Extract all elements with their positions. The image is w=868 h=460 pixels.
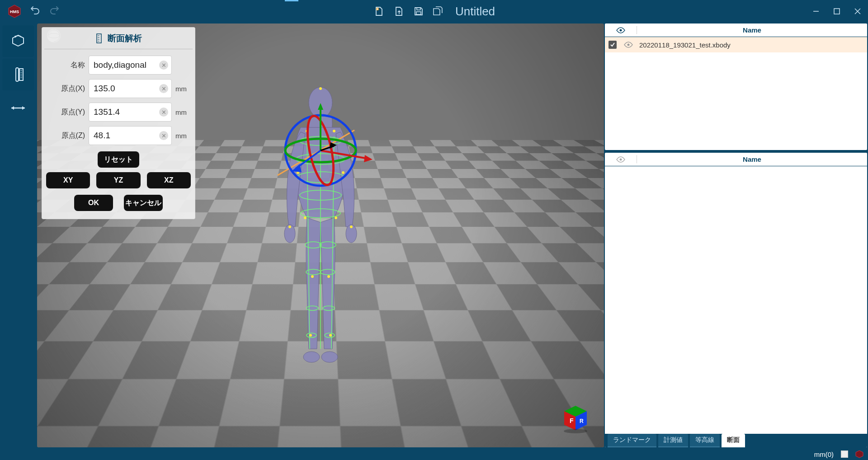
tool-transform[interactable] [2, 92, 34, 124]
svg-rect-10 [16, 68, 19, 81]
navigation-cube[interactable]: F R [561, 404, 590, 434]
open-file-icon[interactable] [393, 5, 405, 17]
titlebar: HMS Untitled [0, 0, 868, 23]
svg-point-43 [319, 87, 322, 90]
panel-title: 断面解析 [108, 33, 142, 44]
svg-point-49 [335, 216, 337, 219]
svg-point-54 [288, 225, 291, 228]
origin-y-label: 原点(Y) [46, 108, 85, 117]
new-file-icon[interactable] [373, 5, 385, 17]
svg-marker-19 [22, 106, 25, 110]
rotation-gizmo[interactable] [266, 96, 375, 205]
undo-icon[interactable] [29, 5, 42, 18]
minimize-icon[interactable] [806, 0, 826, 23]
section-tabs: ランドマーク 計測値 等高線 断面 [605, 434, 867, 447]
svg-point-53 [329, 334, 332, 337]
ok-button[interactable]: OK [74, 195, 113, 211]
svg-marker-82 [856, 451, 863, 458]
viewport-3d[interactable]: F R 断面解析 名称 ✕ 原点(X) ✕ [37, 23, 604, 447]
unit-label: mm [175, 132, 191, 140]
clear-icon[interactable]: ✕ [159, 84, 168, 93]
name-label: 名称 [46, 61, 85, 70]
svg-marker-61 [318, 103, 323, 110]
yz-button[interactable]: YZ [96, 172, 140, 188]
svg-rect-6 [834, 9, 840, 14]
right-sidebar: Name 20220118_193021_test.xbody Name ランド… [605, 23, 867, 447]
unit-label: mm [175, 85, 191, 93]
svg-point-50 [311, 275, 314, 278]
status-hex-icon[interactable] [855, 450, 863, 458]
unit-label: mm [175, 108, 191, 116]
eye-icon [616, 156, 625, 163]
ruler-icon [95, 33, 103, 43]
scene-checkbox[interactable] [605, 41, 620, 49]
tool-view[interactable] [2, 25, 34, 57]
svg-point-79 [620, 29, 622, 31]
origin-z-label: 原点(Z) [46, 131, 85, 141]
close-icon[interactable] [847, 0, 868, 23]
svg-point-51 [327, 275, 330, 278]
tab-measure[interactable]: 計測値 [658, 434, 688, 447]
svg-line-62 [321, 150, 368, 159]
section-analysis-panel: 断面解析 名称 ✕ 原点(X) ✕ mm 原点(Y) ✕ mm [42, 27, 195, 219]
scene-filename: 20220118_193021_test.xbody [637, 41, 867, 49]
status-bar: mm(0) [0, 448, 868, 460]
maximize-icon[interactable] [826, 0, 847, 23]
tab-section[interactable]: 断面 [722, 434, 745, 447]
svg-point-26 [321, 352, 338, 362]
svg-text:R: R [580, 418, 584, 424]
xz-button[interactable]: XZ [147, 172, 191, 188]
svg-text:F: F [570, 417, 574, 424]
titlebar-tab-indicator [285, 0, 298, 1]
svg-rect-74 [97, 34, 101, 43]
status-unit: mm(0) [814, 451, 834, 458]
svg-point-73 [564, 429, 587, 433]
svg-rect-4 [416, 12, 421, 14]
visibility-icon[interactable] [620, 42, 637, 48]
tab-landmark[interactable]: ランドマーク [608, 434, 656, 447]
scene-item[interactable]: 20220118_193021_test.xbody [605, 37, 867, 52]
clear-icon[interactable]: ✕ [159, 61, 168, 70]
clear-icon[interactable]: ✕ [159, 131, 168, 140]
redo-icon[interactable] [48, 5, 61, 18]
name-header: Name [637, 155, 867, 163]
svg-point-81 [620, 158, 622, 160]
scene-list-panel: Name 20220118_193021_test.xbody [605, 23, 867, 150]
svg-marker-18 [11, 106, 14, 110]
svg-text:HMS: HMS [10, 9, 19, 14]
document-title: Untitled [455, 5, 495, 19]
clear-icon[interactable]: ✕ [159, 108, 168, 117]
origin-x-label: 原点(X) [46, 84, 85, 94]
xy-button[interactable]: XY [46, 172, 90, 188]
save-icon[interactable] [413, 5, 425, 17]
reset-button[interactable]: リセット [98, 151, 139, 168]
save-as-icon[interactable] [433, 5, 444, 17]
svg-point-52 [309, 334, 312, 337]
left-toolbar [0, 23, 36, 448]
tool-measure[interactable] [2, 59, 34, 90]
cancel-button[interactable]: キャンセル [124, 195, 163, 211]
svg-marker-63 [364, 155, 373, 162]
status-square-icon[interactable] [841, 451, 848, 458]
svg-point-55 [350, 225, 353, 228]
svg-point-48 [304, 216, 307, 219]
tab-contour[interactable]: 等高線 [690, 434, 720, 447]
svg-point-9 [14, 36, 16, 38]
section-list-panel: Name ランドマーク 計測値 等高線 断面 [605, 153, 867, 447]
name-header: Name [637, 26, 867, 34]
eye-icon [616, 27, 625, 33]
svg-point-80 [627, 44, 630, 46]
app-logo-icon[interactable]: HMS [6, 3, 23, 19]
svg-rect-3 [417, 8, 420, 10]
svg-point-25 [303, 352, 320, 362]
